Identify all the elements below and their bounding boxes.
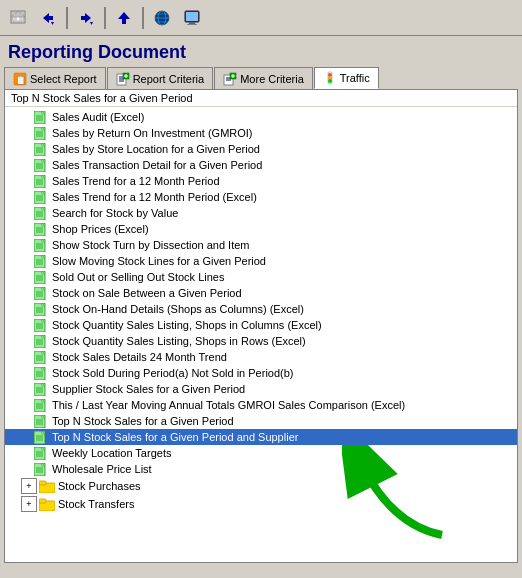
tree-item[interactable]: Stock On-Hand Details (Shops as Columns)… [5,301,517,317]
tab-traffic[interactable]: Traffic [314,67,379,89]
tree-item[interactable]: Slow Moving Stock Lines for a Given Peri… [5,253,517,269]
item-label: Sales Trend for a 12 Month Period (Excel… [52,191,257,203]
doc-icon [33,398,49,412]
tree-item[interactable]: Sales Audit (Excel) [5,109,517,125]
tree-item[interactable]: Stock Quantity Sales Listing, Shops in R… [5,333,517,349]
tree-item[interactable]: This / Last Year Moving Annual Totals GM… [5,397,517,413]
doc-icon [33,270,49,284]
tree-item[interactable]: Sales by Return On Investment (GMROI) [5,125,517,141]
item-label: Wholesale Price List [52,463,152,475]
doc-icon [33,238,49,252]
tab-more-criteria[interactable]: More Criteria [214,67,313,89]
item-label: Stock Sales Details 24 Month Trend [52,351,227,363]
select-report-icon: 📋 [13,72,27,86]
svg-marker-9 [118,12,130,19]
doc-icon [33,174,49,188]
item-label: Top N Stock Sales for a Given Period and… [52,431,298,443]
item-label: Stock Purchases [58,480,141,492]
folder-expander[interactable]: + [21,478,37,494]
svg-point-37 [328,79,332,83]
doc-icon [33,382,49,396]
tree-item[interactable]: Stock Sales Details 24 Month Trend [5,349,517,365]
item-label: Sales Trend for a 12 Month Period [52,175,220,187]
separator-3 [142,7,144,29]
doc-icon [33,286,49,300]
home-button[interactable] [4,4,32,32]
item-label: Slow Moving Stock Lines for a Given Peri… [52,255,266,267]
svg-text:▾: ▾ [90,20,93,26]
tree-item[interactable]: Top N Stock Sales for a Given Period [5,413,517,429]
tab-select-report-label: Select Report [30,73,97,85]
doc-icon [33,430,49,444]
tab-report-criteria-label: Report Criteria [133,73,205,85]
doc-icon [33,190,49,204]
breadcrumb: Top N Stock Sales for a Given Period [5,90,517,107]
report-criteria-icon [116,72,130,86]
toolbar: ▾ ▾ [0,0,522,36]
tab-report-criteria[interactable]: Report Criteria [107,67,214,89]
item-label: Sales by Return On Investment (GMROI) [52,127,253,139]
tab-select-report[interactable]: 📋 Select Report [4,67,106,89]
item-label: Stock Quantity Sales Listing, Shops in R… [52,335,306,347]
doc-icon [33,302,49,316]
tree-item[interactable]: Sales Trend for a 12 Month Period [5,173,517,189]
doc-icon [33,206,49,220]
tree-item[interactable]: Sold Out or Selling Out Stock Lines [5,269,517,285]
item-label: Show Stock Turn by Dissection and Item [52,239,249,251]
svg-rect-10 [122,19,126,24]
tree-item[interactable]: Supplier Stock Sales for a Given Period [5,381,517,397]
main-content: Top N Stock Sales for a Given Period Sal… [4,89,518,563]
tree-item[interactable]: Show Stock Turn by Dissection and Item [5,237,517,253]
page-title-bar: Reporting Document [0,36,522,67]
doc-icon [33,126,49,140]
email-button[interactable] [148,4,176,32]
folder-expander[interactable]: + [21,496,37,512]
tree-item[interactable]: Weekly Location Targets [5,445,517,461]
tree-item[interactable]: Sales by Store Location for a Given Peri… [5,141,517,157]
item-label: Stock on Sale Between a Given Period [52,287,242,299]
tree-item[interactable]: Sales Transaction Detail for a Given Per… [5,157,517,173]
item-label: Sold Out or Selling Out Stock Lines [52,271,224,283]
doc-icon [33,414,49,428]
item-label: Supplier Stock Sales for a Given Period [52,383,245,395]
up-button[interactable] [110,4,138,32]
doc-icon [33,158,49,172]
tree-item[interactable]: Stock Sold During Period(a) Not Sold in … [5,365,517,381]
tab-traffic-label: Traffic [340,72,370,84]
item-label: Top N Stock Sales for a Given Period [52,415,234,427]
tree-item[interactable]: Shop Prices (Excel) [5,221,517,237]
svg-rect-3 [19,17,22,21]
item-label: Stock Sold During Period(a) Not Sold in … [52,367,294,379]
separator-1 [66,7,68,29]
item-label: Shop Prices (Excel) [52,223,149,235]
page-title: Reporting Document [8,42,186,62]
tree-item[interactable]: Wholesale Price List [5,461,517,477]
doc-icon [33,110,49,124]
tree-item[interactable]: + Stock Purchases [5,477,517,495]
item-label: Sales Audit (Excel) [52,111,144,123]
folder-icon [39,497,55,511]
tree-item[interactable]: + Stock Transfers [5,495,517,513]
monitor-button[interactable] [178,4,206,32]
tree-item[interactable]: Stock on Sale Between a Given Period [5,285,517,301]
item-label: Stock On-Hand Details (Shops as Columns)… [52,303,304,315]
item-label: Stock Transfers [58,498,134,510]
doc-icon [33,462,49,476]
svg-text:📋: 📋 [15,74,27,86]
forward-button[interactable]: ▾ [72,4,100,32]
item-label: Sales Transaction Detail for a Given Per… [52,159,262,171]
tab-more-criteria-label: More Criteria [240,73,304,85]
item-label: This / Last Year Moving Annual Totals GM… [52,399,405,411]
svg-text:▾: ▾ [51,20,54,26]
folder-icon [39,479,55,493]
back-button[interactable]: ▾ [34,4,62,32]
tree-item[interactable]: Search for Stock by Value [5,205,517,221]
tree-item[interactable]: Top N Stock Sales for a Given Period and… [5,429,517,445]
tree-item[interactable]: Sales Trend for a 12 Month Period (Excel… [5,189,517,205]
doc-icon [33,142,49,156]
tree-item[interactable]: Stock Quantity Sales Listing, Shops in C… [5,317,517,333]
item-label: Stock Quantity Sales Listing, Shops in C… [52,319,322,331]
doc-icon [33,350,49,364]
doc-icon [33,222,49,236]
svg-rect-157 [39,499,46,503]
